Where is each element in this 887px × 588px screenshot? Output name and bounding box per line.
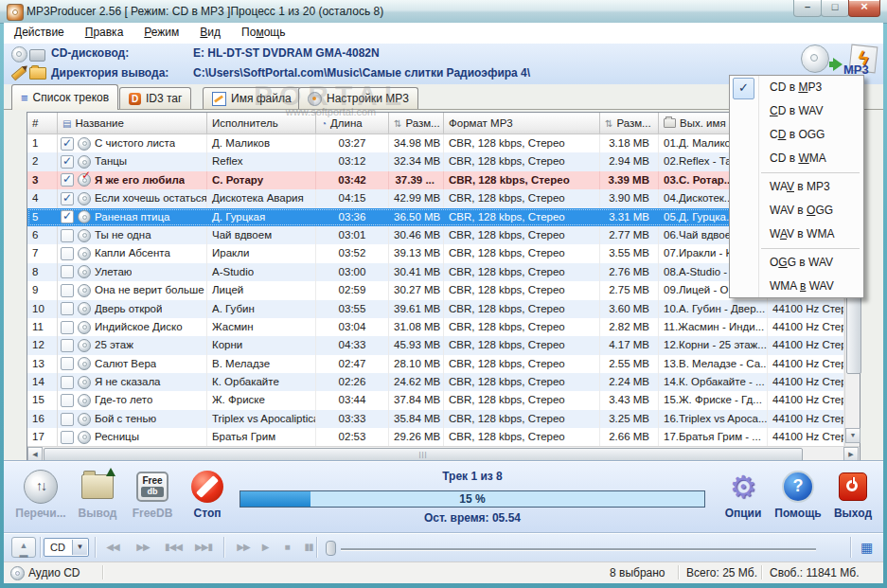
track-checkbox[interactable] (61, 265, 74, 278)
menu-item-mode[interactable]: Режим (133, 23, 189, 43)
grid-view-icon[interactable]: ▦ (860, 540, 873, 555)
horizontal-scrollbar[interactable]: ◀ ||| ▶ (27, 446, 860, 461)
chevron-down-icon[interactable]: ▼ (72, 540, 87, 555)
minimize-button[interactable] (793, 0, 822, 17)
exit-button[interactable]: Выход (825, 468, 880, 520)
track-checkbox[interactable] (61, 431, 74, 444)
track-checkbox[interactable] (61, 284, 74, 297)
column-header[interactable]: Формат MP3 (444, 113, 600, 134)
track-checkbox[interactable] (61, 413, 74, 426)
track-checkbox[interactable] (61, 173, 74, 187)
tab-track-list[interactable]: ≡Список треков (11, 84, 118, 110)
table-row[interactable]: 17РесницыБратья Грим02:5329.26 MBCBR, 12… (27, 428, 860, 446)
volume-slider-thumb[interactable] (326, 541, 336, 556)
mode-item-cd-to-ogg[interactable]: CD в OGG (730, 123, 863, 147)
track-checkbox[interactable] (61, 357, 74, 370)
help-button[interactable]: ?Помощь (771, 468, 825, 520)
freedb-icon: Freedb (136, 472, 169, 502)
track-format: CBR, 128 kbps, Стерео (444, 189, 600, 207)
column-header[interactable]: Исполнитель (207, 113, 316, 134)
table-row[interactable]: 1225 этажКорни04:3345.93 MBCBR, 128 kbps… (27, 336, 860, 354)
mode-item-cd-to-mp3[interactable]: ✓CD в MP3 (730, 76, 863, 99)
track-artist: Корни (207, 336, 316, 354)
scroll-left-button[interactable]: ◀ (27, 447, 43, 462)
horizontal-scroll-thumb[interactable]: ||| (44, 448, 803, 462)
pause-button[interactable]: ▮▮ (296, 537, 321, 558)
eject-button[interactable]: ▲▬ (11, 537, 36, 558)
output-button[interactable]: Вывод (70, 468, 125, 520)
table-row[interactable]: 16Бой с теньюTriplex vs Apocaliptica03:3… (27, 410, 860, 428)
mode-item-wav-to-ogg[interactable]: WAV в OGG (730, 199, 863, 223)
table-row[interactable]: 15Где-то летоЖ. Фриске03:4437.84 MBCBR, … (27, 391, 860, 409)
track-checkbox[interactable] (61, 321, 74, 334)
pencil-icon (11, 66, 27, 81)
track-length: 04:33 (316, 336, 389, 354)
skip-end-button[interactable]: ▶▶▮ (191, 537, 216, 558)
menu-item-action[interactable]: Действие (4, 23, 75, 43)
rewind-button[interactable]: ◀◀ (100, 537, 125, 558)
skip-start-button[interactable]: ▮◀◀ (161, 537, 186, 558)
track-cd-icon (78, 357, 91, 370)
track-checkbox[interactable] (61, 192, 74, 205)
volume-slider-track[interactable] (341, 548, 816, 550)
scroll-right-button[interactable]: ▶ (843, 447, 859, 462)
separator (223, 537, 224, 558)
track-checkbox[interactable] (61, 302, 74, 315)
track-checkbox[interactable] (61, 137, 74, 151)
table-row[interactable]: 11Индийское ДискоЖасмин03:0431.08 MBCBR,… (27, 318, 860, 336)
track-checkbox[interactable] (61, 339, 74, 352)
menu-item-edit[interactable]: Правка (75, 23, 134, 43)
column-header[interactable]: Разм... (389, 113, 444, 134)
column-header[interactable]: Название (58, 113, 207, 134)
options-button[interactable]: ⚙Опции (716, 468, 771, 520)
mode-item-wav-to-mp3[interactable]: WAV в MP3 (730, 175, 863, 199)
device-select[interactable]: CD ▼ (44, 538, 89, 557)
column-header[interactable]: Разм... (600, 113, 659, 134)
mode-item-cd-to-wma[interactable]: CD в WMA (730, 147, 863, 170)
track-title: Танцы (95, 152, 127, 170)
fast-forward-button[interactable]: ▶▶ (131, 537, 155, 558)
track-checkbox[interactable] (61, 247, 74, 260)
track-size: 30.27 MB (389, 281, 444, 299)
pencil-icon (212, 92, 226, 106)
column-header[interactable]: Длина (316, 113, 389, 134)
freedb-button[interactable]: FreedbFreeDB (125, 468, 180, 520)
track-checkbox[interactable] (61, 394, 74, 407)
menu-item-view[interactable]: Вид (189, 23, 231, 43)
track-checkbox[interactable] (61, 155, 74, 169)
scroll-down-button[interactable]: ▼ (845, 428, 860, 443)
track-mp3-size: 2.66 MB (600, 428, 659, 446)
mode-item-ogg-to-wav[interactable]: OGG в WAV (730, 251, 863, 275)
track-frequency: 44100 Hz Стере.. (768, 336, 844, 354)
track-checkbox[interactable] (61, 376, 74, 389)
output-dir-label: Директория вывода: (51, 66, 169, 80)
mode-item-cd-to-wav[interactable]: CD в WAV (730, 99, 863, 123)
track-number: 10 (27, 300, 58, 318)
close-button[interactable] (848, 0, 880, 17)
free-space: Своб.: 11841 Мб. (770, 566, 859, 579)
table-row[interactable]: 10Дверь откройА. Губин03:5539.61 MBCBR, … (27, 300, 860, 318)
table-row[interactable]: 14Я не сказалаК. Орбакайте02:2624.62 MBC… (27, 373, 860, 391)
output-dir-value: C:\Users\SoftPortal.com\Music\Самые слит… (193, 66, 530, 80)
track-number: 15 (27, 391, 58, 409)
tab-mp3-settings[interactable]: Настройки MP3 (298, 87, 418, 109)
column-header[interactable]: # (27, 113, 58, 134)
table-row[interactable]: 13Салют ВераВ. Меладзе02:4728.10 MBCBR, … (27, 355, 860, 373)
track-checkbox[interactable] (61, 210, 74, 223)
track-format: CBR, 128 kbps, Стерео (444, 134, 600, 152)
tab-file-name[interactable]: Имя файла (203, 87, 301, 109)
track-checkbox[interactable] (61, 229, 74, 242)
stop-button[interactable]: Стоп (180, 468, 235, 520)
mode-item-wma-to-wav[interactable]: WMA в WAV (730, 275, 863, 298)
track-length: 03:36 (316, 208, 389, 226)
mode-item-wav-to-wma[interactable]: WAV в WMA (730, 223, 863, 246)
track-number: 1 (27, 134, 58, 152)
track-length: 03:44 (316, 391, 389, 409)
list-tracks-button[interactable]: ↑↓Перечи... (13, 468, 68, 520)
track-title: Капли Абсента (95, 244, 170, 262)
folder-open-icon[interactable] (29, 67, 46, 80)
maximize-button[interactable] (821, 0, 849, 17)
track-mp3-size: 2.75 MB (600, 281, 659, 299)
tab-id3-tag[interactable]: DID3 таг (119, 87, 191, 109)
menu-item-help[interactable]: Помощь (231, 23, 295, 43)
